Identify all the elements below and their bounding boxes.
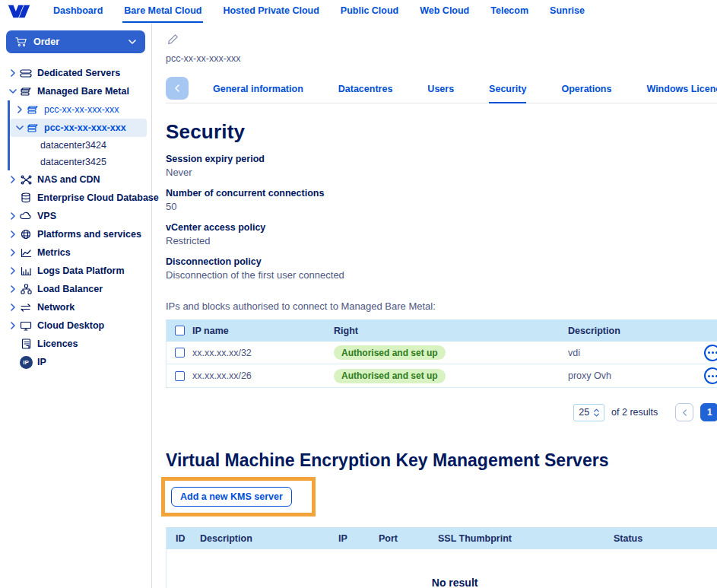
globe-icon <box>18 229 33 240</box>
monitor-icon <box>18 321 33 331</box>
tab-security[interactable]: Security <box>489 76 526 103</box>
sidebar-item-nas-and-cdn[interactable]: NAS and CDN <box>0 170 151 189</box>
column-header-ssl-thumbprint: SSL Thumbprint <box>438 533 614 544</box>
chevron-right-icon <box>10 69 16 77</box>
field-label: Disconnection policy <box>166 256 717 267</box>
sidebar-item-datacenter3424[interactable]: datacenter3424 <box>10 137 147 154</box>
topnav-public-cloud[interactable]: Public Cloud <box>339 0 400 23</box>
sidebar-item-network[interactable]: Network <box>0 298 151 316</box>
ovhcloud-logo[interactable] <box>8 0 30 23</box>
select-all-checkbox[interactable] <box>175 326 185 335</box>
chevron-left-icon <box>682 409 687 416</box>
column-header-port: Port <box>379 533 438 544</box>
topnav-web-cloud[interactable]: Web Cloud <box>418 0 471 23</box>
cart-icon <box>15 37 27 47</box>
order-button-label: Order <box>33 37 59 47</box>
topnav-telecom[interactable]: Telecom <box>489 0 530 23</box>
row-checkbox[interactable] <box>175 348 185 358</box>
topnav-dashboard[interactable]: Dashboard <box>52 0 104 23</box>
add-kms-server-button[interactable]: Add a new KMS server <box>171 487 292 507</box>
row-actions-button[interactable] <box>704 367 717 384</box>
chevron-right-icon <box>10 230 16 238</box>
chevron-down-icon <box>9 88 17 94</box>
sidebar-item-label: Enterprise Cloud Database <box>37 192 159 203</box>
sidebar-item-pcc-2-selected[interactable]: pcc-xx-xx-xxx-xxx <box>10 119 147 137</box>
tab-general-information[interactable]: General information <box>213 76 303 103</box>
column-header-id: ID <box>167 533 200 544</box>
sidebar-item-enterprise-cloud-database[interactable]: Enterprise Cloud Database <box>0 189 151 207</box>
ovhcloud-logo-icon <box>8 4 30 19</box>
sidebar-item-label: Logs Data Platform <box>37 265 125 276</box>
spinner-icon <box>594 408 599 417</box>
field-label: vCenter access policy <box>166 222 717 233</box>
server-icon <box>18 68 33 78</box>
field-value: Disconnection of the first user connecte… <box>166 269 717 281</box>
table-row: xx.xx.xx.xx/32 Authorised and set up vdi <box>167 342 717 364</box>
bar-chart-icon <box>18 266 33 276</box>
server-stack-icon <box>25 105 40 115</box>
page-size-value: 25 <box>579 407 589 418</box>
sidebar-item-datacenter3425[interactable]: datacenter3425 <box>10 154 147 170</box>
sidebar-item-licences[interactable]: Licences <box>0 335 151 353</box>
sidebar-item-cloud-desktop[interactable]: Cloud Desktop <box>0 316 151 335</box>
topnav-hosted-private-cloud[interactable]: Hosted Private Cloud <box>221 0 320 23</box>
arrows-icon <box>18 304 33 312</box>
ip-table-intro: IPs and blocks authorised to connect to … <box>166 300 717 312</box>
chevron-right-icon <box>10 285 16 293</box>
kms-section-title: Virtual Machine Encryption Key Managemen… <box>166 450 717 471</box>
ip-name-cell: xx.xx.xx.xx/26 <box>192 370 334 381</box>
sidebar-item-load-balancer[interactable]: Load Balancer <box>0 280 151 298</box>
tab-datacentres[interactable]: Datacentres <box>338 76 393 103</box>
field-value: Never <box>166 167 717 178</box>
sidebar-item-ip[interactable]: IP IP <box>0 353 151 371</box>
ip-badge-icon: IP <box>18 356 33 369</box>
kms-table: ID Description IP Port SSL Thumbprint St… <box>166 527 717 588</box>
sidebar-item-label: Managed Bare Metal <box>37 86 129 97</box>
chevron-left-icon <box>174 84 180 93</box>
tab-windows-licence[interactable]: Windows Licence <box>646 76 717 103</box>
topnav-bare-metal-cloud[interactable]: Bare Metal Cloud <box>122 0 203 23</box>
sidebar-item-managed-bare-metal[interactable]: Managed Bare Metal <box>0 82 151 100</box>
field-value: 50 <box>166 201 717 212</box>
description-cell: proxy Ovh <box>568 370 682 381</box>
back-button[interactable] <box>166 77 189 100</box>
sidebar-item-label: Metrics <box>37 247 71 258</box>
topnav-sunrise[interactable]: Sunrise <box>548 0 586 23</box>
sidebar-item-label: VPS <box>37 211 56 221</box>
tab-operations[interactable]: Operations <box>561 76 611 103</box>
table-header-row: IP name Right Description <box>167 319 717 342</box>
sidebar-item-pcc-1[interactable]: pcc-xx-xx-xxx-xxx <box>10 100 147 119</box>
chevron-right-icon <box>10 304 16 311</box>
database-icon <box>18 192 33 203</box>
kms-empty-state: No result <box>167 549 717 588</box>
tab-bar: General information Datacentres Users Se… <box>166 76 717 103</box>
previous-page-button[interactable] <box>675 403 693 421</box>
chevron-down-icon <box>128 38 136 46</box>
order-button[interactable]: Order <box>6 30 145 53</box>
sidebar-item-label: Licences <box>37 338 78 349</box>
row-checkbox[interactable] <box>175 371 185 381</box>
sidebar-item-label: datacenter3425 <box>40 157 106 167</box>
tab-users[interactable]: Users <box>427 76 454 103</box>
column-header-ip-name: IP name <box>192 326 334 336</box>
row-actions-button[interactable] <box>704 345 717 361</box>
sidebar-item-label: IP <box>37 357 46 367</box>
field-disconnection-policy: Disconnection policy Disconnection of th… <box>166 256 717 281</box>
chevron-right-icon <box>10 249 16 256</box>
sidebar-item-logs-data-platform[interactable]: Logs Data Platform <box>0 262 151 280</box>
sidebar-item-metrics[interactable]: Metrics <box>0 243 151 262</box>
page-size-select[interactable]: 25 <box>573 404 604 421</box>
chevron-right-icon <box>10 267 16 275</box>
sidebar-item-label: pcc-xx-xx-xxx-xxx <box>44 104 119 115</box>
sidebar-item-dedicated-servers[interactable]: Dedicated Servers <box>0 64 151 82</box>
sidebar-item-vps[interactable]: VPS <box>0 207 151 225</box>
current-page-button[interactable]: 1 <box>700 403 717 421</box>
sidebar-item-platforms-and-services[interactable]: Platforms and services <box>0 225 151 243</box>
ip-name-cell: xx.xx.xx.xx/32 <box>192 348 334 358</box>
security-section-title: Security <box>166 120 717 144</box>
column-header-status: Status <box>614 533 717 544</box>
edit-pencil-icon[interactable] <box>167 34 179 47</box>
top-navigation: Dashboard Bare Metal Cloud Hosted Privat… <box>0 0 717 23</box>
column-header-ip: IP <box>338 533 379 544</box>
server-stack-icon <box>18 87 33 97</box>
